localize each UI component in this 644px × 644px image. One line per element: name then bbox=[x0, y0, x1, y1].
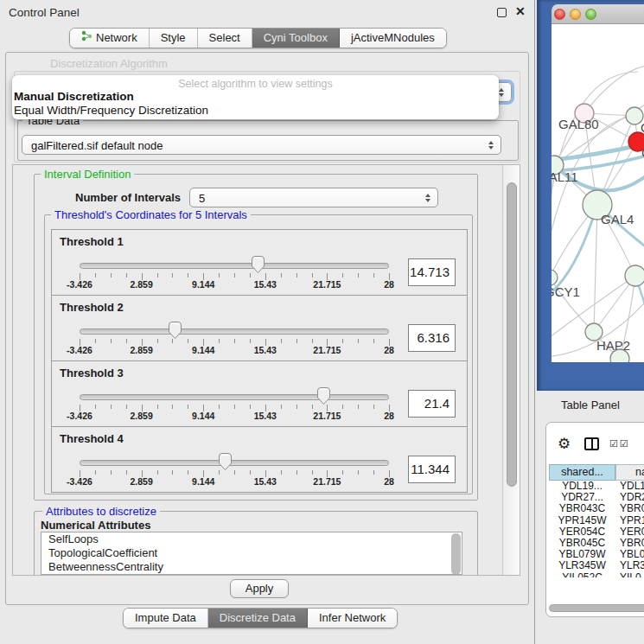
slider-tick bbox=[111, 405, 112, 409]
cell-shared-name: YBL079W bbox=[549, 549, 615, 560]
table-row[interactable]: YPR145WYPR1 bbox=[549, 515, 644, 526]
network-node-gcy1[interactable] bbox=[552, 270, 558, 285]
minimize-traffic-light-icon[interactable] bbox=[570, 9, 581, 20]
panel-title: Control Panel bbox=[9, 6, 80, 19]
split-view-icon[interactable] bbox=[584, 437, 599, 450]
bottom-tab-bar: Impute DataDiscretize DataInfer Network bbox=[123, 608, 398, 628]
attribute-item-betweennesscentrality[interactable]: BetweennessCentrality bbox=[41, 560, 462, 574]
tab-select[interactable]: Select bbox=[198, 29, 252, 48]
threshold-value-field[interactable]: 11.344 bbox=[408, 456, 456, 483]
threshold-value-field[interactable]: 6.316 bbox=[408, 324, 456, 352]
attributes-scrollbar-thumb[interactable] bbox=[451, 533, 461, 575]
cell-name: YDR2 bbox=[615, 492, 644, 503]
table-row[interactable]: YLR345WYLR3 bbox=[549, 560, 644, 571]
control-panel-window: Control Panel ✕ NetworkStyleSelectCyni T… bbox=[0, 0, 534, 644]
slider-tick bbox=[157, 405, 158, 409]
tab-discretize-data[interactable]: Discretize Data bbox=[208, 609, 308, 628]
checkbox-columns-icon[interactable]: ☑☑ bbox=[609, 438, 630, 450]
column-header-na[interactable]: na bbox=[615, 464, 644, 481]
tab-cyni-toolbox[interactable]: Cyni Toolbox bbox=[252, 29, 340, 48]
number-of-intervals-combobox[interactable]: 5 bbox=[189, 188, 438, 207]
table-body: YDL19...YDL1YDR27...YDR2YBR043CYBR0YPR14… bbox=[549, 481, 644, 577]
slider-tick bbox=[219, 405, 220, 409]
slider-tick-label: 2.859 bbox=[112, 476, 172, 487]
table-row[interactable]: YDR27...YDR2 bbox=[549, 492, 644, 503]
settings-scrollbar-thumb[interactable] bbox=[507, 182, 517, 487]
float-window-icon[interactable] bbox=[497, 8, 507, 17]
slider-thumb[interactable] bbox=[251, 255, 265, 274]
node-label: GAL80 bbox=[558, 117, 599, 131]
cell-name: YER0 bbox=[615, 526, 644, 538]
slider-tick bbox=[95, 470, 96, 475]
table-row[interactable]: YBL079WYBL0 bbox=[549, 549, 644, 560]
cell-shared-name: YDL19... bbox=[549, 481, 615, 492]
slider-track[interactable] bbox=[80, 394, 389, 400]
slider-tick bbox=[342, 405, 343, 409]
attribute-item-topologicalcoefficient[interactable]: TopologicalCoefficient bbox=[41, 546, 462, 560]
slider-tick bbox=[281, 273, 282, 277]
close-icon[interactable]: ✕ bbox=[515, 4, 526, 18]
slider-tick bbox=[342, 273, 343, 277]
threshold-value-field[interactable]: 21.4 bbox=[408, 390, 456, 418]
zoom-traffic-light-icon[interactable] bbox=[585, 9, 596, 20]
gear-icon[interactable]: ⚙ bbox=[558, 435, 571, 452]
threshold-value-field[interactable]: 14.713 bbox=[408, 258, 456, 286]
network-canvas[interactable]: GAL80GACGAL11GAL4GCY1HHAP2 bbox=[552, 24, 644, 362]
table-data-value: galFiltered.sif default node bbox=[31, 138, 163, 151]
table-hscrollbar-thumb[interactable] bbox=[549, 604, 644, 612]
cell-name: YBR0 bbox=[615, 538, 644, 549]
slider-thumb[interactable] bbox=[218, 452, 233, 471]
slider-thumb[interactable] bbox=[168, 321, 182, 340]
node-label: GAL4 bbox=[601, 212, 634, 226]
slider-tick bbox=[111, 273, 112, 277]
close-traffic-light-icon[interactable] bbox=[554, 9, 565, 20]
table-row[interactable]: YIL052CYIL0 bbox=[549, 572, 644, 577]
slider-tick-label: -3.426 bbox=[49, 279, 110, 290]
slider-tick-label: 2.859 bbox=[112, 411, 172, 421]
slider-tick-label: 21.715 bbox=[296, 345, 357, 355]
slider-track[interactable] bbox=[80, 460, 389, 466]
top-tab-bar: NetworkStyleSelectCyni ToolboxjActiveMNo… bbox=[69, 28, 447, 48]
table-data-combobox[interactable]: galFiltered.sif default node bbox=[22, 135, 501, 155]
cell-name: YBL0 bbox=[615, 549, 644, 560]
cell-shared-name: YIL052C bbox=[549, 572, 615, 577]
slider-tick-label: 15.43 bbox=[235, 411, 296, 421]
threshold-title: Threshold 1 bbox=[60, 235, 124, 248]
apply-button[interactable]: Apply bbox=[230, 579, 289, 598]
slider-tick bbox=[126, 339, 127, 343]
slider-tick bbox=[172, 273, 173, 277]
tab-infer-network[interactable]: Infer Network bbox=[308, 609, 397, 628]
table-hscrollbar-track[interactable] bbox=[549, 603, 644, 614]
network-window-titlebar[interactable] bbox=[552, 4, 644, 24]
algorithm-option-manual-discretization[interactable]: Manual Discretization bbox=[14, 90, 501, 104]
slider-thumb[interactable] bbox=[316, 386, 331, 405]
table-row[interactable]: YER054CYER0 bbox=[549, 526, 644, 538]
algorithm-option-equal-width-frequency-discretization[interactable]: Equal Width/Frequency Discretization bbox=[14, 104, 501, 118]
tab-impute-data[interactable]: Impute Data bbox=[124, 609, 208, 628]
settings-scrollbar-track[interactable] bbox=[502, 165, 520, 575]
dropdown-placeholder: Select algorithm to view settings bbox=[12, 78, 499, 90]
numerical-attributes-list: SelfLoopsTopologicalCoefficientBetweenne… bbox=[41, 532, 462, 575]
slider-tick bbox=[95, 339, 96, 343]
slider-track[interactable] bbox=[80, 263, 389, 269]
slider-tick bbox=[219, 273, 220, 277]
table-row[interactable]: YBR043CYBR0 bbox=[549, 503, 644, 514]
slider-tick bbox=[373, 339, 374, 343]
network-node-h[interactable] bbox=[625, 265, 644, 286]
slider-tick bbox=[358, 273, 359, 277]
cell-name: YLR3 bbox=[615, 560, 644, 571]
tab-network[interactable]: Network bbox=[70, 29, 150, 48]
cell-shared-name: YDR27... bbox=[549, 492, 615, 503]
slider-tick-label: 9.144 bbox=[173, 279, 233, 290]
cell-shared-name: YLR345W bbox=[549, 560, 615, 571]
table-row[interactable]: YBR045CYBR0 bbox=[549, 538, 644, 549]
slider-track[interactable] bbox=[80, 328, 389, 335]
table-row[interactable]: YDL19...YDL1 bbox=[549, 481, 644, 492]
slider-tick-label: 9.144 bbox=[173, 476, 233, 487]
slider-tick bbox=[358, 470, 359, 475]
network-icon bbox=[81, 29, 92, 48]
column-header-shared[interactable]: shared... bbox=[549, 464, 615, 481]
tab-style[interactable]: Style bbox=[150, 29, 198, 48]
attribute-item-selfloops[interactable]: SelfLoops bbox=[41, 532, 462, 546]
tab-jactivemnodules[interactable]: jActiveMNodules bbox=[340, 29, 446, 48]
